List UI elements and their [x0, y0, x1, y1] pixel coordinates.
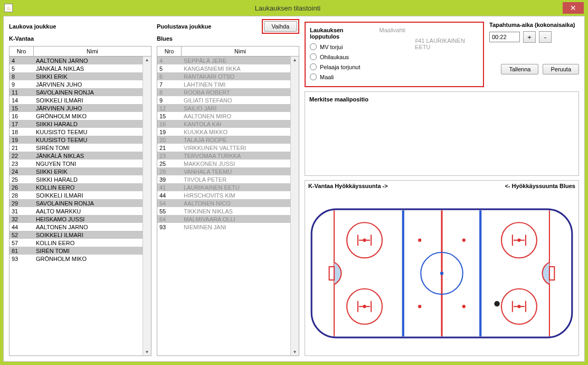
table-row[interactable]: 64MALMIVAARA OLLI — [157, 215, 290, 223]
table-row[interactable]: 81SIRÉN TOMI — [10, 247, 143, 255]
table-row[interactable]: 22JÄNKÄLÄ NIKLAS — [10, 152, 143, 160]
table-row[interactable]: 24SIIKKI ERIK — [10, 167, 143, 175]
table-row[interactable]: 44HIRSCHOVITS KIM — [157, 191, 290, 199]
table-row[interactable]: 15JÄRVINEN JUHO — [10, 104, 143, 112]
table-row[interactable]: 5KANGASNIEMI IIKKA — [157, 64, 290, 72]
rink-right-label: <- Hyökkäyssuunta Blues — [505, 183, 575, 189]
cell-number: 52 — [10, 232, 34, 238]
close-button[interactable]: ✕ — [563, 2, 584, 14]
table-row[interactable]: 39TIIVOLA PETER — [157, 175, 290, 183]
cell-name: JÄRVINEN JUHO — [34, 105, 143, 111]
scroll-down-icon[interactable]: ▼ — [143, 349, 151, 355]
outcome-option[interactable]: Pelaaja torjunut — [310, 62, 405, 72]
table-row[interactable]: 25MAKKONEN JUSSI — [157, 160, 290, 167]
table-row[interactable]: 28VANHALA TEEMU — [157, 167, 290, 175]
radio-input[interactable] — [310, 53, 317, 60]
table-row[interactable]: 18KUUSISTO TEEMU — [10, 128, 143, 136]
col-header-number[interactable]: Nro — [10, 46, 34, 56]
table-row[interactable]: 16GRÖNHOLM MIKO — [10, 112, 143, 120]
table-row[interactable]: 15AALTONEN MIRO — [157, 112, 290, 120]
shot-marker — [494, 301, 499, 306]
cell-name: KANTOLA KAI — [182, 121, 290, 127]
cell-name: AALTONEN MIRO — [182, 113, 290, 119]
table-row[interactable]: 8SIIKKI ERIK — [10, 72, 143, 80]
table-row[interactable]: 25SIIKKI HARALD — [10, 175, 143, 183]
scrollbar[interactable]: ▲ ▼ — [290, 57, 299, 355]
table-row[interactable]: 29SAVOLAINEN RONJA — [10, 199, 143, 207]
table-row[interactable]: 44AALTONEN JARNO — [10, 223, 143, 231]
outcome-option[interactable]: Maali — [310, 72, 405, 82]
table-row[interactable]: 12SAILIO JARI — [157, 104, 290, 112]
cell-name: KOLLIN EERO — [34, 240, 143, 246]
save-button[interactable]: Tallenna — [501, 64, 538, 74]
radio-input[interactable] — [310, 73, 317, 80]
table-row[interactable]: 19KUUKKA MIKKO — [157, 128, 290, 136]
table-row[interactable]: 6RANTAKARI OTSO — [157, 72, 290, 80]
table-row[interactable]: 11SAVOLAINEN RONJA — [10, 88, 143, 96]
cell-name: HEISKAMO JUSSI — [34, 216, 143, 222]
svg-point-9 — [440, 272, 443, 275]
cell-name: SEPPÄLÄ JERE — [182, 58, 290, 64]
table-row[interactable]: 9GILIATI STEFANO — [157, 96, 290, 104]
cell-name: AALTONEN NICO — [182, 200, 290, 207]
table-row[interactable]: 14SOIKKELI ILMARI — [10, 96, 143, 104]
cell-name: SAVOLAINEN RONJA — [34, 89, 143, 96]
table-row[interactable]: 32HEISKAMO JUSSI — [10, 215, 143, 223]
outcome-option[interactable]: MV torjui — [310, 42, 405, 52]
cell-number: 15 — [10, 105, 34, 111]
table-row[interactable]: 19KUUSISTO TEEMU — [10, 136, 143, 144]
table-row[interactable]: 20TALAJA ROOPE — [157, 136, 290, 144]
table-row[interactable]: 31AALTO MARKKU — [10, 207, 143, 215]
outcome-option[interactable]: Ohilaukaus — [310, 52, 405, 62]
cell-number: 8 — [157, 89, 182, 96]
table-row[interactable]: 93NIEMINEN JANI — [157, 223, 290, 231]
scroll-down-icon[interactable]: ▼ — [291, 349, 299, 355]
cell-number: 4 — [10, 58, 34, 64]
table-row[interactable]: 54AALTONEN NICO — [157, 199, 290, 207]
time-plus-button[interactable]: + — [523, 31, 536, 43]
swap-button[interactable]: Vaihda — [264, 21, 297, 32]
scrollbar[interactable]: ▲ ▼ — [143, 57, 151, 355]
radio-input[interactable] — [310, 43, 317, 50]
time-minus-button[interactable]: - — [539, 31, 552, 43]
table-row[interactable]: 93GRÖNHOLM MIKO — [10, 255, 143, 263]
cell-name: RANTAKARI OTSO — [182, 73, 290, 80]
cell-number: 11 — [10, 89, 34, 96]
table-row[interactable]: 52SOIKKELI ILMARI — [10, 231, 143, 239]
java-icon: ♨ — [4, 4, 13, 12]
cell-number: 41 — [157, 184, 182, 191]
scroll-up-icon[interactable]: ▲ — [143, 57, 151, 63]
cancel-button[interactable]: Peruuta — [543, 64, 579, 74]
cell-number: 17 — [10, 121, 34, 127]
table-row[interactable]: 4AALTONEN JARNO — [10, 57, 143, 64]
col-header-name[interactable]: Nimi — [182, 46, 299, 56]
table-row[interactable]: 28SOIKKELI ILMARI — [10, 191, 143, 199]
cell-number: 24 — [10, 169, 34, 175]
radio-input[interactable] — [310, 63, 317, 70]
mark-goal-position-panel: Merkitse maalipositio — [305, 91, 579, 176]
table-row[interactable]: 17SIIKKI HARALD — [10, 120, 143, 128]
cell-number: 19 — [157, 129, 182, 135]
table-row[interactable]: 21VIRKKUNEN VALTTERI — [157, 144, 290, 152]
table-row[interactable]: 5JÄNKÄLÄ NIKLAS — [10, 64, 143, 72]
outcome-option-label: Maali — [320, 74, 334, 80]
table-row[interactable]: 9JÄRVINEN JUHO — [10, 80, 143, 88]
col-header-number[interactable]: Nro — [157, 46, 182, 56]
table-row[interactable]: 41LAURIKAINEN EETU — [157, 183, 290, 191]
cell-number: 44 — [10, 224, 34, 230]
scroll-up-icon[interactable]: ▲ — [291, 57, 299, 63]
event-time-input[interactable] — [489, 32, 520, 42]
table-row[interactable]: 21SIRÉN TOMI — [10, 144, 143, 152]
table-row[interactable]: 55TIKKINEN NIKLAS — [157, 207, 290, 215]
table-row[interactable]: 23NGUYEN TONI — [10, 160, 143, 167]
table-row[interactable]: 57KOLLIN EERO — [10, 239, 143, 247]
rink-diagram[interactable] — [305, 191, 578, 355]
table-row[interactable]: 7LAHTINEN TIMI — [157, 80, 290, 88]
mark-title: Merkitse maalipositio — [309, 96, 574, 102]
table-row[interactable]: 8ROOBA ROBERT — [157, 88, 290, 96]
table-row[interactable]: 26KOLLIN EERO — [10, 183, 143, 191]
table-row[interactable]: 23TERVOMAA TURKKA — [157, 152, 290, 160]
col-header-name[interactable]: Nimi — [34, 46, 151, 56]
table-row[interactable]: 4SEPPÄLÄ JERE — [157, 57, 290, 64]
table-row[interactable]: 16KANTOLA KAI — [157, 120, 290, 128]
